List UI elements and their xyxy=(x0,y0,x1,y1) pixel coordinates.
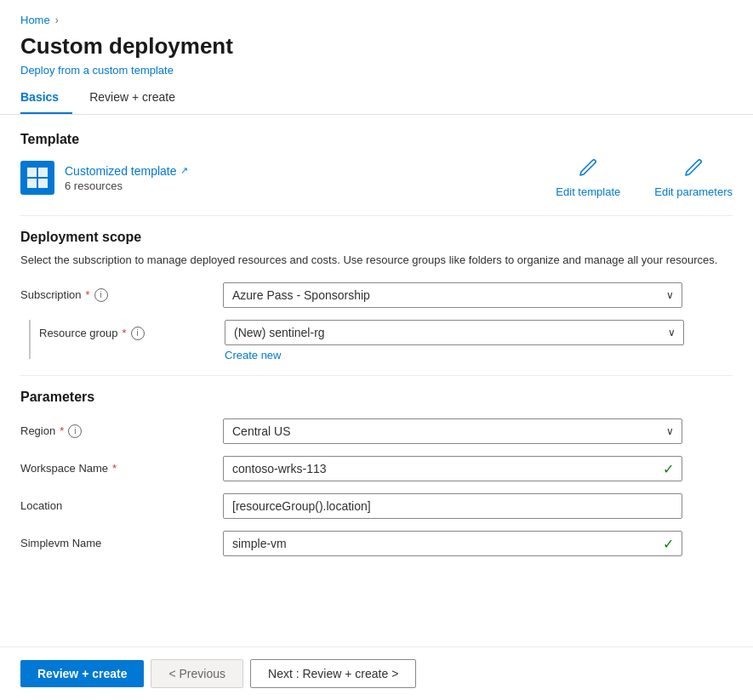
page-subtitle[interactable]: Deploy from a custom template xyxy=(20,64,174,77)
parameters-section-title: Parameters xyxy=(20,390,733,405)
next-button[interactable]: Next : Review + create > xyxy=(250,659,416,688)
external-link-icon: ↗ xyxy=(180,165,188,176)
workspace-required: * xyxy=(112,462,117,475)
deployment-scope-title: Deployment scope xyxy=(20,230,733,245)
template-resources: 6 resources xyxy=(65,179,188,192)
resource-group-label: Resource group * i xyxy=(39,327,145,340)
indent-line xyxy=(29,320,31,359)
simplevm-check-icon: ✓ xyxy=(663,535,674,551)
workspace-check-icon: ✓ xyxy=(663,460,674,476)
create-new-link[interactable]: Create new xyxy=(225,349,281,361)
indent-spacer: Resource group * i xyxy=(20,320,225,359)
subscription-row: Subscription * i Azure Pass - Sponsorshi… xyxy=(20,282,733,308)
region-info-icon[interactable]: i xyxy=(68,424,82,438)
template-actions: Edit template Edit parameters xyxy=(556,157,733,198)
resource-group-select-wrapper: (New) sentinel-rg ∨ xyxy=(225,320,684,345)
resource-group-required: * xyxy=(123,327,127,339)
content-area: Template Customized template ↗ xyxy=(0,115,753,646)
edit-template-action[interactable]: Edit template xyxy=(556,157,620,198)
template-icon xyxy=(20,161,54,195)
simplevm-name-input[interactable] xyxy=(223,531,682,556)
tab-review-create[interactable]: Review + create xyxy=(89,83,189,114)
template-info: Customized template ↗ 6 resources xyxy=(20,161,188,195)
template-section-title: Template xyxy=(20,132,733,147)
review-create-button[interactable]: Review + create xyxy=(20,660,144,687)
tab-basics[interactable]: Basics xyxy=(20,83,72,114)
workspace-name-input[interactable] xyxy=(223,456,682,481)
region-required: * xyxy=(60,424,64,437)
indent-container: Resource group * i xyxy=(20,320,225,359)
subscription-label: Subscription * i xyxy=(20,288,216,302)
resource-group-section: Resource group * i (New) sentinel-rg ∨ C… xyxy=(20,320,733,361)
header-area: Home › Custom deployment Deploy from a c… xyxy=(0,0,753,115)
divider-1 xyxy=(20,215,733,216)
svg-rect-0 xyxy=(27,168,37,177)
location-input[interactable] xyxy=(223,493,682,519)
subscription-select[interactable]: Azure Pass - Sponsorship xyxy=(223,282,682,308)
template-details: Customized template ↗ 6 resources xyxy=(65,164,188,192)
deployment-scope-desc: Select the subscription to manage deploy… xyxy=(20,252,733,269)
previous-button: < Previous xyxy=(151,659,243,688)
tabs-row: Basics Review + create xyxy=(20,83,733,114)
region-row: Region * i Central US ∨ xyxy=(20,418,733,444)
subscription-info-icon[interactable]: i xyxy=(94,288,108,302)
simplevm-name-control: ✓ xyxy=(223,531,682,556)
breadcrumb-home[interactable]: Home xyxy=(20,14,50,26)
resource-group-select[interactable]: (New) sentinel-rg xyxy=(225,320,684,345)
workspace-name-control: ✓ xyxy=(223,456,682,481)
subscription-select-wrapper: Azure Pass - Sponsorship ∨ xyxy=(223,282,682,308)
workspace-name-row: Workspace Name * ✓ xyxy=(20,456,733,481)
edit-template-label: Edit template xyxy=(556,185,620,198)
workspace-name-label: Workspace Name * xyxy=(20,462,216,475)
simplevm-name-row: Simplevm Name ✓ xyxy=(20,531,733,556)
edit-parameters-action[interactable]: Edit parameters xyxy=(654,157,733,198)
region-select-wrapper: Central US ∨ xyxy=(223,418,682,444)
divider-2 xyxy=(20,375,733,376)
subscription-required: * xyxy=(86,288,90,301)
svg-rect-3 xyxy=(38,179,48,188)
resource-group-info-icon[interactable]: i xyxy=(131,327,145,340)
location-label: Location xyxy=(20,499,216,512)
location-row: Location xyxy=(20,493,733,519)
footer-bar: Review + create < Previous Next : Review… xyxy=(0,646,753,700)
page-wrapper: Home › Custom deployment Deploy from a c… xyxy=(0,0,753,700)
svg-rect-2 xyxy=(27,179,37,188)
edit-template-icon xyxy=(578,157,598,180)
edit-parameters-label: Edit parameters xyxy=(654,185,733,198)
svg-rect-1 xyxy=(38,168,48,177)
resource-group-control: (New) sentinel-rg ∨ Create new xyxy=(225,320,684,361)
region-label: Region * i xyxy=(20,424,216,438)
region-select[interactable]: Central US xyxy=(223,418,682,444)
location-control xyxy=(223,493,682,519)
simplevm-name-label: Simplevm Name xyxy=(20,537,216,549)
breadcrumb-separator: › xyxy=(55,14,59,26)
template-section: Customized template ↗ 6 resources Edit t… xyxy=(20,157,733,198)
breadcrumb: Home › xyxy=(20,14,733,26)
page-title: Custom deployment xyxy=(20,33,733,60)
edit-parameters-icon xyxy=(683,157,704,180)
template-name-link[interactable]: Customized template xyxy=(65,164,177,178)
template-name-row: Customized template ↗ xyxy=(65,164,188,178)
